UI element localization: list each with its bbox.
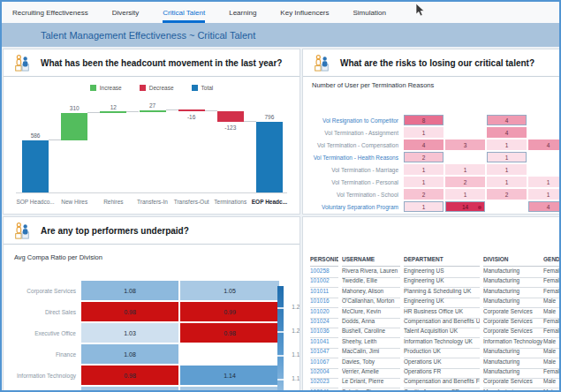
heatmap-cell[interactable]: 2 — [404, 189, 443, 200]
heatmap-cell — [445, 127, 485, 138]
compa-cell[interactable]: 1.05 — [180, 281, 279, 300]
alert-dot-icon — [478, 206, 481, 209]
table-row[interactable]: 102023Le Driant, PierreCompensation and … — [303, 378, 559, 388]
column-header-department[interactable]: DEPARTMENT — [404, 256, 480, 267]
tab-critical-talent[interactable]: Critical Talent — [163, 2, 205, 23]
personid-link[interactable]: 101041 — [310, 338, 338, 349]
legend-item-total[interactable]: Total — [192, 85, 214, 91]
panel-employee-table: PERSONIDUSERNAMEDEPARTMENTDIVISIONGENDER… — [302, 216, 560, 392]
heatmap-cell[interactable]: 4 — [528, 139, 560, 150]
heatmap-cell[interactable]: 1 — [487, 164, 527, 175]
column-header-username[interactable]: USERNAME — [342, 256, 400, 267]
compa-cell[interactable]: 1.08 — [81, 344, 178, 364]
personid-link[interactable]: 102023 — [310, 378, 338, 388]
table-row[interactable]: 101002Tweddle, EllieEngineering UKManufa… — [303, 277, 559, 288]
table-row[interactable]: 101036Bushell, CarolineTalent Acquisitio… — [303, 328, 559, 338]
column-header-division[interactable]: DIVISION — [483, 256, 549, 267]
tab-key-influencers[interactable]: Key Influencers — [280, 2, 329, 23]
heatmap-cell[interactable]: 1 — [445, 189, 485, 200]
compa-cell[interactable]: 1.08 — [81, 281, 178, 300]
heatmap-cell[interactable]: 1 — [528, 177, 560, 187]
heatmap-cell[interactable]: 2 — [487, 189, 527, 200]
heatmap-cell[interactable]: 1 — [487, 139, 527, 150]
personid-link[interactable]: 102004 — [310, 368, 338, 379]
tab-simulation[interactable]: Simulation — [353, 2, 386, 23]
heatmap-cell[interactable]: 1 — [404, 177, 443, 187]
people-icon — [12, 54, 32, 72]
compa-cell[interactable]: 1.03 — [81, 323, 178, 343]
column-header-personid[interactable]: PERSONID — [310, 256, 338, 267]
personid-link[interactable]: 101011 — [310, 288, 338, 298]
table-row[interactable]: 101024Dodds, AnnaCompensation and Benefi… — [303, 318, 559, 328]
compa-cell[interactable]: 0.98 — [81, 366, 178, 385]
personid-link[interactable]: 101047 — [310, 348, 338, 358]
tab-learning[interactable]: Learning — [229, 2, 256, 23]
tab-diversity[interactable]: Diversity — [112, 2, 140, 23]
table-row[interactable]: 100258Rivera Rivera, LaurenEngineering U… — [303, 268, 559, 278]
table-cell: McClure, Kevin — [342, 308, 400, 319]
heatmap-cell[interactable]: 4 — [404, 139, 443, 150]
legend-item-increase[interactable]: Increase — [90, 85, 122, 91]
waterfall-bar-terminations[interactable] — [217, 111, 244, 122]
heatmap-cell[interactable]: 1 — [445, 164, 485, 175]
table-row[interactable]: 102041Sabatier, PiereQuality Assurance F… — [303, 388, 559, 392]
personid-link[interactable]: 101020 — [310, 308, 338, 319]
heatmap-cell[interactable]: 14 — [445, 201, 485, 212]
compa-cell — [180, 344, 279, 364]
personid-link[interactable]: 102041 — [310, 388, 338, 392]
waterfall-bar-eop-headc[interactable] — [256, 122, 283, 192]
table-row[interactable]: 101041Sheehy, LeithInformation Technolog… — [303, 338, 559, 349]
waterfall-bar-sop-headco[interactable] — [22, 140, 49, 192]
table-row[interactable]: 101016O'Callanhan, MortonEngineering UKM… — [303, 298, 559, 308]
tab-recruiting-effectiveness[interactable]: Recruiting Effectiveness — [12, 2, 88, 23]
table-cell: Operations FR — [404, 368, 480, 379]
table-cell: Compensation and Benefits UK — [404, 318, 480, 328]
waterfall-bar-transfers-out[interactable] — [178, 109, 205, 111]
personid-link[interactable]: 101036 — [310, 328, 338, 338]
compa-cell[interactable]: 0.98 — [180, 323, 279, 343]
heatmap-cell[interactable]: 1 — [528, 189, 560, 200]
personid-link[interactable]: 100258 — [310, 268, 338, 278]
heatmap-cell[interactable]: 2 — [445, 177, 485, 187]
tab-bar: Recruiting EffectivenessDiversityCritica… — [2, 2, 559, 24]
waterfall-chart: IncreaseDecreaseTotal 5863101227-16-1237… — [4, 77, 299, 215]
compa-cell[interactable]: 0.99 — [180, 302, 279, 321]
panel-risk-header: What are the risks to losing our critica… — [303, 49, 559, 77]
heatmap-cell[interactable]: 1 — [487, 177, 527, 187]
waterfall-bar-transfers-in[interactable] — [140, 110, 166, 113]
panel-underpaid: Are any top performers underpaid? Avg Co… — [3, 216, 300, 392]
heatmap-cell[interactable]: 2 — [404, 152, 443, 162]
heatmap-cell[interactable]: 1 — [404, 164, 443, 175]
heatmap-cell[interactable]: 1 — [404, 201, 443, 212]
personid-link[interactable]: 101024 — [310, 318, 338, 328]
compa-cell[interactable]: 0.98 — [81, 302, 178, 321]
heatmap-cell[interactable]: 4 — [528, 201, 560, 212]
table-row[interactable]: 101011Mahoney, AlisonPlanning & Scheduli… — [303, 288, 559, 298]
bar-value-label: 310 — [55, 105, 94, 111]
table-cell: Engineering UK — [404, 277, 480, 288]
heatmap-cell[interactable]: 8 — [404, 115, 443, 125]
legend-item-decrease[interactable]: Decrease — [140, 85, 174, 91]
table-row[interactable]: 101047MacCalin, JimiProduction UKManufac… — [303, 348, 559, 358]
compa-cell[interactable]: 1.14 — [180, 366, 279, 385]
heatmap-row-vol-termination-assignment: Vol Termination - Assignment14 — [308, 127, 557, 138]
heatmap-cell[interactable]: 3 — [445, 139, 485, 150]
compa-row-direct-sales: Direct Sales0.980.99 — [9, 302, 281, 321]
waterfall-bar-new-hires[interactable] — [61, 113, 87, 140]
bar-value-label: -123 — [211, 124, 250, 131]
table-row[interactable]: 101067Davies, TobyOperations UKManufactu… — [303, 358, 559, 369]
table-cell: Bushell, Caroline — [342, 328, 400, 338]
personid-link[interactable]: 101016 — [310, 298, 338, 308]
personid-link[interactable]: 101002 — [310, 277, 338, 288]
heatmap-cell[interactable]: 4 — [487, 115, 527, 125]
heatmap-cell — [445, 152, 485, 162]
heatmap-row-label: Vol Termination - Assignment — [308, 130, 404, 136]
table-row[interactable]: 102004Verrier, AmelieOperations FRManufa… — [303, 368, 559, 379]
table-row[interactable]: 101020McClure, KevinHR Business Office U… — [303, 308, 559, 319]
heatmap-cell[interactable]: 1 — [404, 127, 443, 138]
heatmap-cell[interactable]: 4 — [487, 127, 527, 138]
personid-link[interactable]: 101067 — [310, 358, 338, 369]
waterfall-bar-rehires[interactable] — [100, 111, 126, 113]
heatmap-cell[interactable]: 1 — [487, 152, 527, 162]
column-header-gender[interactable]: GENDER — [543, 256, 560, 267]
